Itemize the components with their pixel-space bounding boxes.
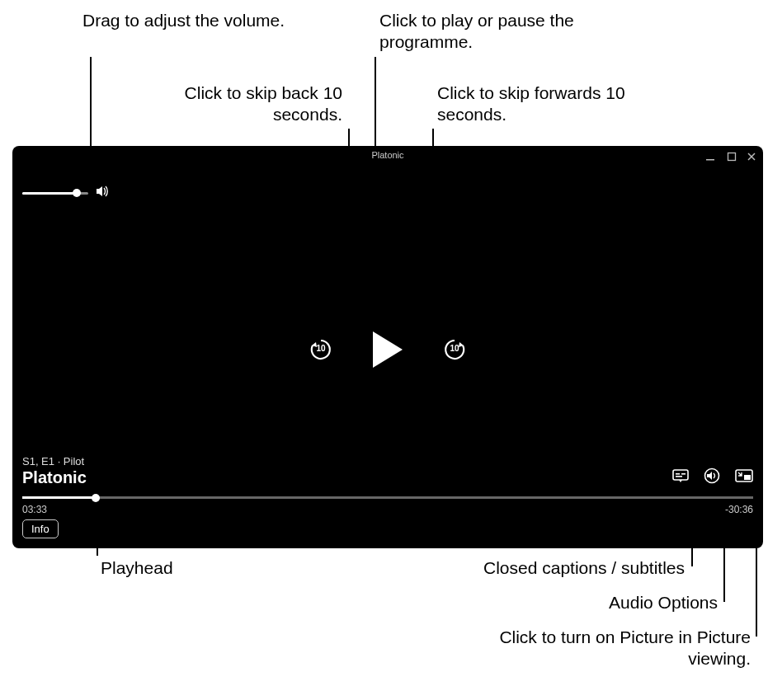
close-icon[interactable] [747, 150, 756, 165]
time-remaining: -30:36 [725, 504, 753, 515]
skip-back-button[interactable]: 10 [309, 337, 333, 362]
pip-icon[interactable] [735, 469, 753, 486]
callout-cc: Closed captions / subtitles [379, 557, 685, 579]
minimize-icon[interactable] [705, 150, 715, 165]
time-elapsed: 03:33 [22, 504, 47, 515]
volume-control[interactable] [22, 184, 110, 202]
right-controls [672, 467, 753, 487]
svg-rect-4 [681, 473, 686, 475]
callout-playhead: Playhead [101, 557, 173, 579]
svg-rect-8 [744, 475, 751, 480]
skip-back-label: 10 [309, 344, 333, 353]
callout-skip-back: Click to skip back 10 seconds. [128, 82, 342, 126]
svg-rect-5 [676, 476, 682, 477]
svg-rect-0 [706, 159, 714, 161]
maximize-icon[interactable] [727, 150, 737, 165]
callout-skip-forward: Click to skip forwards 10 seconds. [437, 82, 668, 126]
callout-volume: Drag to adjust the volume. [82, 10, 297, 31]
play-button[interactable] [373, 331, 403, 368]
callout-play-pause: Click to play or pause the programme. [379, 10, 610, 54]
progress-fill [22, 496, 96, 499]
audio-options-icon[interactable] [704, 467, 720, 487]
speaker-icon[interactable] [95, 184, 110, 202]
skip-forward-button[interactable]: 10 [442, 337, 467, 362]
callout-audio-options: Audio Options [478, 592, 718, 613]
episode-meta: S1, E1 · Pilot [22, 455, 84, 467]
svg-rect-3 [676, 473, 680, 475]
skip-forward-label: 10 [442, 344, 467, 353]
video-player-window: Platonic 10 10 S1, E1 · Pilot Plato [12, 146, 763, 548]
svg-rect-1 [728, 153, 736, 161]
title-bar: Platonic [12, 146, 763, 166]
volume-fill [22, 192, 77, 195]
progress-track[interactable] [22, 496, 753, 499]
info-button[interactable]: Info [22, 519, 59, 538]
callout-pip: Click to turn on Picture in Picture view… [478, 627, 751, 670]
volume-track[interactable] [22, 192, 88, 195]
window-title: Platonic [371, 150, 403, 160]
playhead-thumb[interactable] [92, 494, 100, 502]
svg-rect-2 [673, 470, 688, 480]
programme-title: Platonic [22, 468, 87, 487]
playback-controls: 10 10 [309, 331, 467, 368]
subtitles-icon[interactable] [672, 469, 689, 486]
volume-thumb[interactable] [73, 189, 81, 197]
